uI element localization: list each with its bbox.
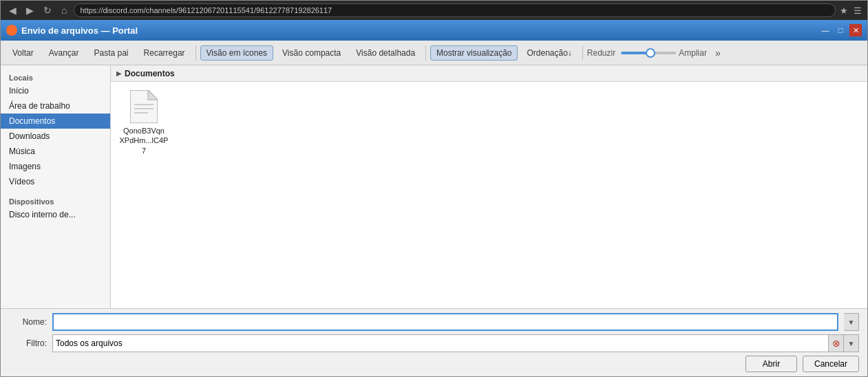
reduzir-label: Reduzir: [587, 48, 615, 58]
file-icon: [127, 90, 160, 123]
file-item[interactable]: QonoB3Vqn XPdHm...lC4P7: [116, 87, 171, 158]
file-grid: QonoB3Vqn XPdHm...lC4P7: [111, 82, 867, 308]
open-button[interactable]: Abrir: [745, 356, 797, 372]
browser-reload-btn[interactable]: ↻: [41, 3, 54, 17]
breadcrumb-folder: Documentos: [125, 69, 175, 78]
section-dispositivos-label: Dispositivos: [1, 195, 110, 207]
sidebar-item-musica[interactable]: Música: [1, 144, 110, 159]
browser-back-btn[interactable]: ◀: [6, 3, 19, 17]
title-bar: Envio de arquivos — Portal — □ ✕: [1, 20, 867, 41]
app-icon: [6, 25, 17, 36]
browser-menu-icon[interactable]: ☰: [854, 6, 862, 16]
avancar-button[interactable]: Avançar: [43, 45, 85, 61]
file-area: ▶ Documentos Qo: [111, 65, 867, 308]
title-bar-controls: — □ ✕: [819, 24, 862, 36]
toolbar: Voltar Avançar Pasta pai Recarregar Visã…: [1, 41, 867, 65]
ordenacao-button[interactable]: Ordenação↓: [520, 45, 578, 61]
filter-input-wrapper: ⊗ ▼: [52, 334, 859, 352]
sidebar-item-documentos[interactable]: Documentos: [1, 114, 110, 129]
sidebar-item-inicio[interactable]: Início: [1, 83, 110, 98]
cancel-button[interactable]: Cancelar: [803, 356, 859, 372]
action-buttons: Abrir Cancelar: [9, 356, 859, 372]
svg-rect-4: [134, 112, 148, 114]
browser-url-text: https://discord.com/channels/96121206720…: [80, 6, 332, 14]
toolbar-separator-1: [195, 45, 196, 61]
ampliar-label: Ampliar: [679, 48, 707, 58]
svg-rect-2: [134, 104, 154, 105]
file-label: QonoB3Vqn XPdHm...lC4P7: [119, 126, 169, 155]
sidebar-item-imagens[interactable]: Imagens: [1, 159, 110, 174]
browser-bookmark-icon[interactable]: ★: [840, 6, 848, 16]
pasta-pai-button[interactable]: Pasta pai: [88, 45, 135, 61]
sidebar-item-area-de-trabalho[interactable]: Área de trabalho: [1, 98, 110, 114]
mostrar-preview-button[interactable]: Mostrar visualização: [430, 45, 518, 61]
filter-dropdown-button[interactable]: ▼: [844, 334, 859, 352]
svg-rect-3: [134, 108, 154, 109]
svg-marker-1: [148, 90, 158, 100]
filter-label: Filtro:: [9, 338, 47, 348]
toolbar-separator-2: [425, 45, 426, 61]
zoom-control[interactable]: [621, 52, 676, 54]
name-field-row: Nome: ▼: [9, 313, 859, 331]
voltar-button[interactable]: Voltar: [6, 45, 40, 61]
browser-bar: ◀ ▶ ↻ ⌂ https://discord.com/channels/961…: [1, 1, 867, 20]
browser-forward-btn[interactable]: ▶: [23, 3, 36, 17]
filter-input[interactable]: [52, 334, 829, 352]
browser-url-bar: https://discord.com/channels/96121206720…: [74, 3, 836, 17]
browser-icons: ★ ☰: [840, 6, 862, 16]
sidebar-item-disco-interno[interactable]: Disco interno de...: [1, 207, 110, 222]
name-label: Nome:: [9, 317, 47, 327]
filter-clear-button[interactable]: ⊗: [829, 334, 844, 352]
bottom-area: Nome: ▼ Filtro: ⊗ ▼ Abrir Cancelar: [1, 308, 867, 376]
maximize-button[interactable]: □: [834, 24, 847, 36]
visao-icones-button[interactable]: Visão em ícones: [200, 45, 274, 61]
name-input[interactable]: [52, 313, 838, 331]
browser-home-btn[interactable]: ⌂: [59, 3, 70, 17]
zoom-thumb[interactable]: [646, 48, 655, 58]
filter-field-row: Filtro: ⊗ ▼: [9, 334, 859, 352]
minimize-button[interactable]: —: [819, 24, 832, 36]
main-content: Locais Início Área de trabalho Documento…: [1, 65, 867, 308]
sidebar-item-downloads[interactable]: Downloads: [1, 129, 110, 144]
zoom-slider[interactable]: [621, 52, 676, 54]
toolbar-separator-3: [582, 45, 583, 61]
recarregar-button[interactable]: Recarregar: [138, 45, 191, 61]
visao-compacta-button[interactable]: Visão compacta: [276, 45, 347, 61]
svg-marker-0: [130, 90, 158, 123]
title-bar-left: Envio de arquivos — Portal: [6, 25, 138, 36]
name-dropdown-arrow[interactable]: ▼: [844, 313, 859, 331]
sidebar-item-videos[interactable]: Vídeos: [1, 174, 110, 189]
more-options-button[interactable]: »: [712, 46, 723, 60]
visao-detalhada-button[interactable]: Visão detalhada: [350, 45, 421, 61]
dialog-title: Envio de arquivos — Portal: [21, 25, 138, 36]
breadcrumb-arrow-icon: ▶: [116, 69, 122, 77]
close-button[interactable]: ✕: [849, 24, 862, 36]
sidebar: Locais Início Área de trabalho Documento…: [1, 65, 111, 308]
breadcrumb-bar: ▶ Documentos: [111, 65, 867, 82]
section-locais-label: Locais: [1, 71, 110, 83]
